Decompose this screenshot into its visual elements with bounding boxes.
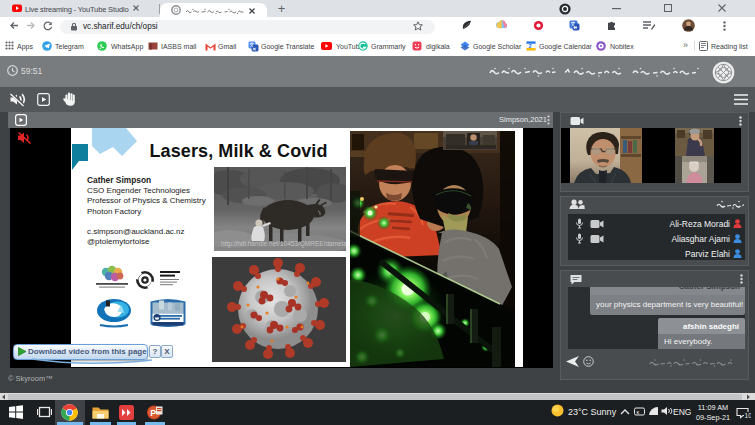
svg-text:2: 2 (529, 43, 532, 49)
svg-text:к: к (637, 409, 640, 415)
svg-text:P: P (150, 408, 156, 418)
svg-text:10: 10 (745, 412, 751, 419)
svg-text:http://hdl.handle.net/10453/QM: http://hdl.handle.net/10453/QMREE/damela… (221, 240, 346, 248)
